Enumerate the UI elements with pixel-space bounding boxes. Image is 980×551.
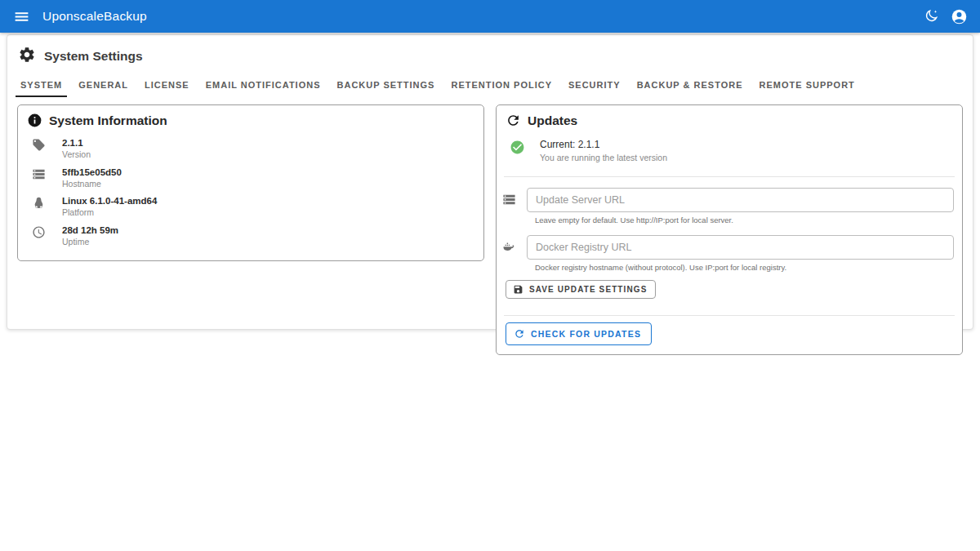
save-icon: [513, 284, 523, 295]
list-item-hostname: 5ffb15e05d50 Hostname: [18, 164, 483, 193]
app-bar: UponscaleBackup: [0, 0, 980, 33]
latest-version-text: You are running the latest version: [540, 152, 667, 163]
save-update-settings-button[interactable]: SAVE UPDATE SETTINGS: [506, 280, 656, 299]
platform-label: Platform: [62, 207, 157, 219]
docker-registry-row: [497, 235, 962, 260]
system-information-header: System Information: [18, 105, 483, 132]
tab-content: System Information 2.1.1 Version: [7, 97, 973, 355]
settings-panel: System Settings SYSTEM GENERAL LICENSE E…: [7, 34, 973, 330]
save-button-label: SAVE UPDATE SETTINGS: [529, 285, 647, 294]
tab-system[interactable]: SYSTEM: [16, 75, 67, 97]
check-button-label: CHECK FOR UPDATES: [531, 329, 641, 339]
refresh-icon: [514, 328, 525, 340]
tab-email-notifications[interactable]: EMAIL NOTIFICATIONS: [201, 75, 326, 97]
system-info-list: 2.1.1 Version 5ffb15e05d50 Hostname: [18, 132, 483, 260]
check-for-updates-button[interactable]: CHECK FOR UPDATES: [506, 322, 652, 345]
hostname-value: 5ffb15e05d50: [62, 167, 122, 179]
divider: [504, 315, 955, 316]
platform-value: Linux 6.1.0-41-amd64: [62, 195, 157, 207]
tab-backup-settings[interactable]: BACKUP SETTINGS: [332, 75, 440, 97]
current-version-text: Current: 2.1.1: [540, 139, 667, 152]
dark-mode-toggle[interactable]: [920, 6, 942, 27]
list-item-platform: Linux 6.1.0-41-amd64 Platform: [18, 193, 483, 222]
settings-tabs: SYSTEM GENERAL LICENSE EMAIL NOTIFICATIO…: [7, 75, 973, 97]
updates-card: Updates Current: 2.1.1 You are running t…: [496, 104, 963, 355]
info-icon: [27, 113, 42, 128]
updates-title: Updates: [528, 113, 577, 128]
update-server-helper: Leave empty for default. Use http://IP:p…: [535, 216, 954, 224]
update-server-url-input[interactable]: [527, 188, 954, 212]
hamburger-icon: [13, 8, 30, 25]
docker-whale-icon: [502, 240, 517, 254]
check-circle-icon: [510, 140, 525, 155]
system-information-card: System Information 2.1.1 Version: [17, 104, 484, 261]
tab-remote-support[interactable]: REMOTE SUPPORT: [755, 75, 860, 97]
list-item-version: 2.1.1 Version: [18, 135, 483, 164]
gear-icon: [18, 46, 36, 67]
moon-star-icon: [923, 8, 939, 24]
app-title: UponscaleBackup: [42, 9, 147, 24]
uptime-label: Uptime: [62, 237, 118, 248]
menu-button[interactable]: [11, 6, 32, 27]
docker-registry-helper: Docker registry hostname (without protoc…: [535, 263, 954, 272]
linux-icon: [32, 196, 47, 210]
tab-security[interactable]: SECURITY: [564, 75, 626, 97]
update-server-row: [497, 188, 962, 212]
docker-registry-url-input[interactable]: [527, 235, 954, 260]
storage-icon: [32, 167, 47, 181]
system-information-title: System Information: [49, 113, 167, 128]
tab-retention-policy[interactable]: RETENTION POLICY: [446, 75, 557, 97]
uptime-value: 28d 12h 59m: [62, 224, 118, 237]
account-button[interactable]: [948, 6, 969, 27]
hostname-label: Hostname: [62, 179, 122, 190]
divider: [504, 176, 955, 177]
tab-general[interactable]: GENERAL: [74, 75, 133, 97]
update-status: Current: 2.1.1 You are running the lates…: [497, 132, 962, 165]
page-header: System Settings: [7, 35, 973, 72]
tab-license[interactable]: LICENSE: [140, 75, 194, 97]
version-value: 2.1.1: [62, 137, 91, 149]
account-circle-icon: [951, 8, 968, 25]
clock-icon: [32, 225, 47, 239]
tag-icon: [32, 138, 47, 152]
version-label: Version: [62, 149, 91, 161]
tab-backup-restore[interactable]: BACKUP & RESTORE: [632, 75, 748, 97]
server-icon: [502, 193, 517, 207]
updates-header: Updates: [497, 105, 962, 132]
page-title: System Settings: [44, 49, 143, 64]
list-item-uptime: 28d 12h 59m Uptime: [18, 222, 483, 251]
update-icon: [506, 113, 521, 128]
